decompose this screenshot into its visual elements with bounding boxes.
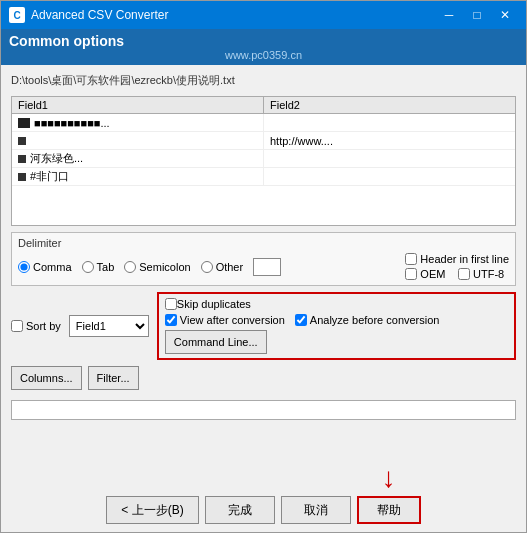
table-cell — [264, 150, 515, 167]
maximize-button[interactable]: □ — [464, 5, 490, 25]
utf8-label: UTF-8 — [473, 268, 504, 280]
header-first-line-label: Header in first line — [420, 253, 509, 265]
command-line-row: Command Line... — [165, 330, 508, 354]
utf8-checkbox[interactable] — [458, 268, 470, 280]
delimiter-options-row: Comma Tab Semicolon Other — [18, 253, 509, 281]
delimiter-title: Delimiter — [18, 237, 509, 249]
row-icon — [18, 173, 26, 181]
finish-button[interactable]: 完成 — [205, 496, 275, 524]
main-content: D:\tools\桌面\可东软件园\ezreckb\使用说明.txt Field… — [1, 65, 526, 488]
cancel-button[interactable]: 取消 — [281, 496, 351, 524]
sort-by-label: Sort by — [26, 320, 61, 332]
table-col-field1: Field1 — [12, 97, 264, 113]
table-row: ■■■■■■■■■■... — [12, 114, 515, 132]
sort-field-select[interactable]: Field1 Field2 — [69, 315, 149, 337]
columns-button[interactable]: Columns... — [11, 366, 82, 390]
command-line-button[interactable]: Command Line... — [165, 330, 267, 354]
table-cell: http://www.... — [264, 132, 515, 149]
radio-tab: Tab — [82, 261, 115, 273]
right-options-box: Skip duplicates View after conversion An… — [157, 292, 516, 360]
oem-checkbox[interactable] — [405, 268, 417, 280]
table-col-field2: Field2 — [264, 97, 515, 113]
radio-comma-label: Comma — [33, 261, 72, 273]
banner-title: Common options — [9, 33, 518, 49]
radio-semicolon: Semicolon — [124, 261, 190, 273]
oem-utf8-row: OEM UTF-8 — [405, 267, 509, 281]
minimize-button[interactable]: ─ — [436, 5, 462, 25]
watermark: www.pc0359.cn — [9, 49, 518, 61]
radio-tab-label: Tab — [97, 261, 115, 273]
table-row: #非门口 — [12, 168, 515, 186]
table-cell: 河东绿色... — [12, 150, 264, 167]
titlebar-title: Advanced CSV Converter — [31, 8, 168, 22]
header-first-line-checkbox[interactable] — [405, 253, 417, 265]
analyze-before-checkbox[interactable] — [295, 314, 307, 326]
radio-other-label: Other — [216, 261, 244, 273]
table-body[interactable]: ■■■■■■■■■■... http://www.... 河东绿色... — [12, 114, 515, 220]
columns-filter-row: Columns... Filter... — [11, 366, 516, 390]
radio-other: Other — [201, 261, 244, 273]
skip-duplicates-label: Skip duplicates — [177, 298, 251, 310]
other-delimiter-input[interactable] — [253, 258, 281, 276]
table-row: 河东绿色... — [12, 150, 515, 168]
main-window: C Advanced CSV Converter ─ □ ✕ Common op… — [0, 0, 527, 533]
radio-tab-input[interactable] — [82, 261, 94, 273]
header-checkboxes: Header in first line OEM UTF-8 — [405, 253, 509, 281]
row-icon — [18, 155, 26, 163]
analyze-before-row: Analyze before conversion — [295, 314, 440, 326]
row-icon — [18, 118, 30, 128]
radio-comma-input[interactable] — [18, 261, 30, 273]
close-button[interactable]: ✕ — [492, 5, 518, 25]
app-icon: C — [9, 7, 25, 23]
view-after-row: View after conversion — [165, 314, 285, 326]
view-after-label: View after conversion — [180, 314, 285, 326]
view-after-checkbox[interactable] — [165, 314, 177, 326]
table-header: Field1 Field2 — [12, 97, 515, 114]
filter-button[interactable]: Filter... — [88, 366, 139, 390]
skip-duplicates-row: Skip duplicates — [165, 298, 508, 310]
delimiter-section: Delimiter Comma Tab Semicolon Other — [11, 232, 516, 286]
oem-label: OEM — [420, 268, 445, 280]
sort-by-checkbox[interactable] — [11, 320, 23, 332]
filepath: D:\tools\桌面\可东软件园\ezreckb\使用说明.txt — [11, 73, 516, 88]
radio-comma: Comma — [18, 261, 72, 273]
skip-duplicates-checkbox[interactable] — [165, 298, 177, 310]
radio-semicolon-input[interactable] — [124, 261, 136, 273]
header-first-line-row: Header in first line — [405, 253, 509, 265]
progress-bar — [11, 400, 516, 420]
table-cell — [12, 132, 264, 149]
radio-semicolon-label: Semicolon — [139, 261, 190, 273]
table-cell: #非门口 — [12, 168, 264, 185]
table-cell: ■■■■■■■■■■... — [12, 114, 264, 131]
row-icon — [18, 137, 26, 145]
options-row: Sort by Field1 Field2 Skip duplicates Vi… — [11, 292, 516, 360]
analyze-before-label: Analyze before conversion — [310, 314, 440, 326]
titlebar-controls: ─ □ ✕ — [436, 5, 518, 25]
sort-by-group: Sort by — [11, 320, 61, 332]
titlebar-left: C Advanced CSV Converter — [9, 7, 168, 23]
arrow-icon: ↓ — [382, 464, 396, 492]
view-analyze-row: View after conversion Analyze before con… — [165, 314, 508, 326]
banner: Common options www.pc0359.cn — [1, 29, 526, 65]
help-button[interactable]: 帮助 — [357, 496, 421, 524]
table-cell — [264, 168, 515, 185]
table-row: http://www.... — [12, 132, 515, 150]
table-cell — [264, 114, 515, 131]
back-button[interactable]: < 上一步(B) — [106, 496, 198, 524]
radio-other-input[interactable] — [201, 261, 213, 273]
data-table: Field1 Field2 ■■■■■■■■■■... http:// — [11, 96, 516, 226]
bottom-buttons: < 上一步(B) 完成 取消 ↓ 帮助 — [1, 488, 526, 532]
titlebar: C Advanced CSV Converter ─ □ ✕ — [1, 1, 526, 29]
